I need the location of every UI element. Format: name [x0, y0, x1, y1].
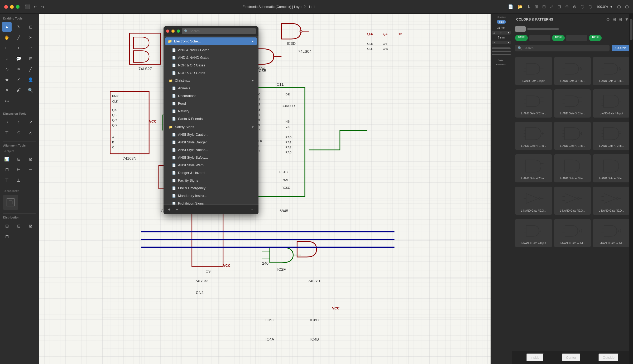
lnand-eq-card-3[interactable]: L-NAND Gate / E.Q...	[593, 187, 630, 215]
christmas-nativity-item[interactable]: 📄 Nativity	[165, 107, 257, 115]
select-tool[interactable]: ▲	[2, 22, 12, 32]
settings-icon[interactable]: ⚙	[606, 17, 610, 22]
pen-tool[interactable]: ╱	[14, 33, 23, 42]
land-3-2in-card-2[interactable]: L-AND Gate 3/ 2-In...	[554, 89, 591, 118]
dim-diagonal-tool[interactable]: ↗	[26, 117, 35, 127]
land-3input-card[interactable]: L-AND Gate 3-Input	[515, 57, 552, 85]
text-tool[interactable]: T	[14, 43, 23, 53]
export-icon[interactable]: ⬡	[588, 4, 592, 9]
collapse-icon[interactable]: ▼	[625, 17, 629, 22]
land-3-1in-card-2[interactable]: L-AND Gate 3/ 1-In...	[593, 57, 630, 85]
align-tc-tool[interactable]: ⊢	[14, 165, 23, 174]
lnand-2-1in-card-2[interactable]: L-NAND Gate 2/ 1-I...	[593, 219, 630, 247]
christmas-group-header[interactable]: 📁 Christmas ▼	[165, 77, 257, 84]
transform-tool[interactable]: ⊞	[26, 54, 35, 63]
dist-eq-tool[interactable]: ⊠	[26, 221, 35, 231]
props-stepper-1[interactable]: ▲ P ▼	[492, 31, 511, 35]
chip-3[interactable]: 100%	[589, 35, 602, 41]
angle-tool[interactable]: ∠	[14, 75, 23, 84]
right-scrollbar-thumb[interactable]	[630, 19, 632, 40]
danger-hazard-item[interactable]: 📄 Danger & Hazard...	[165, 169, 257, 177]
close-button[interactable]	[4, 5, 8, 9]
align-vert-tool[interactable]: ⊟	[14, 154, 23, 164]
dim-vertical-tool[interactable]: ↕	[14, 117, 23, 127]
new-doc-icon[interactable]: 📄	[508, 4, 513, 9]
chip-2[interactable]: 100%	[552, 35, 565, 41]
fullscreen-icon[interactable]: ⬡	[625, 4, 629, 9]
color-slider-track[interactable]	[527, 28, 559, 30]
land-4-1in-card-1[interactable]: L-AND Gate 4/ 1-In...	[515, 122, 552, 150]
zoom-control[interactable]: 100.0% ▼	[596, 5, 613, 9]
dist-h-tool[interactable]: ⊟	[2, 221, 12, 231]
undo-icon[interactable]: ↩	[34, 4, 37, 9]
more-options-button[interactable]: ⋯	[250, 206, 256, 213]
prohibition-item[interactable]: 📄 Prohibition Signs	[165, 200, 257, 205]
line-tool[interactable]: ╱	[26, 64, 35, 74]
chip-1[interactable]: 100%	[515, 35, 528, 41]
wave-tool[interactable]: ≈	[14, 64, 23, 74]
chart-tool[interactable]: 📊	[2, 154, 12, 164]
land-4-3in-card-1[interactable]: L-AND Gate 4/ 3-In...	[554, 154, 591, 182]
align-ml-tool[interactable]: ⊤	[2, 175, 12, 185]
props-slider-1[interactable]	[492, 47, 511, 49]
dropdown-close-button[interactable]	[166, 30, 169, 33]
land-3-2in-card-1[interactable]: L-AND Gate 3/ 2-In...	[515, 89, 552, 118]
dropdown-search-input[interactable]	[190, 29, 254, 33]
component-icon[interactable]: ⊗	[573, 4, 576, 9]
land-3-1in-card-1[interactable]: L-AND Gate 3/ 1-In...	[554, 57, 591, 85]
fire-emergency-item[interactable]: 📄 Fire & Emergency...	[165, 184, 257, 192]
speech-tool[interactable]: 💬	[14, 54, 23, 63]
move-icon[interactable]: ⤢	[550, 4, 553, 9]
download-icon[interactable]: ⬇	[527, 4, 530, 9]
safety-signs-group-header[interactable]: 📁 Safety Signs ▼	[165, 123, 257, 131]
add-library-button[interactable]: +	[166, 206, 172, 213]
nor-or-gates-item-2[interactable]: 📄 NOR & OR Gates	[165, 69, 257, 77]
land-4-1in-card-2[interactable]: L-AND Gate 4/ 1-In...	[554, 122, 591, 150]
land-4-2in-card-2[interactable]: L-AND Gate 4/ 2-In...	[515, 154, 552, 182]
and-nand-gates-item-2[interactable]: 📄 AND & NAND Gates	[165, 54, 257, 61]
land-4input-card[interactable]: L-AND Gate 4-Input	[593, 89, 630, 118]
props-slider-3[interactable]	[492, 54, 511, 55]
dim-circle-tool[interactable]: ⊙	[14, 128, 23, 137]
ansi-notice-item[interactable]: 📄 ANSI Style Notice...	[165, 146, 257, 154]
ansi-danger-item[interactable]: 📄 ANSI Style Danger...	[165, 138, 257, 146]
lnand-2-1in-card-1[interactable]: L-NAND Gate 2/ 1-I...	[554, 219, 591, 247]
crop-tool[interactable]: ⊡	[26, 22, 35, 32]
layout-icon[interactable]: ⊡	[558, 4, 561, 9]
lnand-eq-card-1[interactable]: L-NAND Gate / E.Q...	[515, 187, 552, 215]
inside-button[interactable]: Inside	[526, 353, 544, 362]
zigzag-tool[interactable]: ∿	[2, 64, 12, 74]
sidebar-toggle-icon[interactable]: ⬛	[25, 4, 30, 9]
remove-library-button[interactable]: −	[174, 206, 180, 213]
outside-button[interactable]: Outside	[598, 353, 619, 362]
shapes-search-input[interactable]	[524, 46, 607, 50]
library-header-item[interactable]: 📁 Electronic Sche... ▼	[165, 37, 257, 45]
cross-tool[interactable]: ✕	[2, 85, 12, 95]
dropdown-search-box[interactable]: 🔍	[182, 28, 256, 34]
props-stepper-2[interactable]: ▲ ▼	[492, 41, 511, 44]
circle-tool[interactable]: ○	[2, 54, 12, 63]
center-button[interactable]: Center	[562, 353, 581, 362]
lnand-2input-card[interactable]: L-NAND Gate 2-Input	[515, 219, 552, 247]
christmas-animals-item[interactable]: 📄 Animals	[165, 84, 257, 92]
layers-icon[interactable]: ⊕	[565, 4, 569, 9]
align-mc-tool[interactable]: ⊥	[14, 175, 23, 185]
table-icon[interactable]: ⊟	[542, 4, 546, 9]
redo-icon[interactable]: ↪	[41, 4, 44, 9]
christmas-decorations-item[interactable]: 📄 Decorations	[165, 92, 257, 100]
rect-tool[interactable]: □	[2, 43, 12, 53]
dropdown-maximize-button[interactable]	[177, 30, 180, 33]
align-mr-tool[interactable]: ⊦	[26, 175, 35, 185]
ansi-caution-item[interactable]: 📄 ANSI Style Cautio...	[165, 131, 257, 138]
and-nand-gates-item-1[interactable]: 📄 AND & NAND Gates	[165, 46, 257, 54]
minimize-button[interactable]	[10, 5, 14, 9]
dim-extend-tool[interactable]: ⊤	[2, 128, 12, 137]
scale-tool[interactable]: 1:1	[2, 96, 12, 105]
zoom-dropdown-icon[interactable]: ▼	[610, 5, 613, 9]
nor-or-gates-item-1[interactable]: 📄 NOR & OR Gates	[165, 61, 257, 69]
align-horiz-tool[interactable]: ⊠	[26, 154, 35, 164]
ansi-safety-item[interactable]: 📄 ANSI Style Safety...	[165, 154, 257, 161]
align-tl-tool[interactable]: ⊡	[2, 165, 12, 174]
rotate-tool[interactable]: ↻	[14, 22, 23, 32]
dim-angle-tool[interactable]: ∡	[26, 128, 35, 137]
